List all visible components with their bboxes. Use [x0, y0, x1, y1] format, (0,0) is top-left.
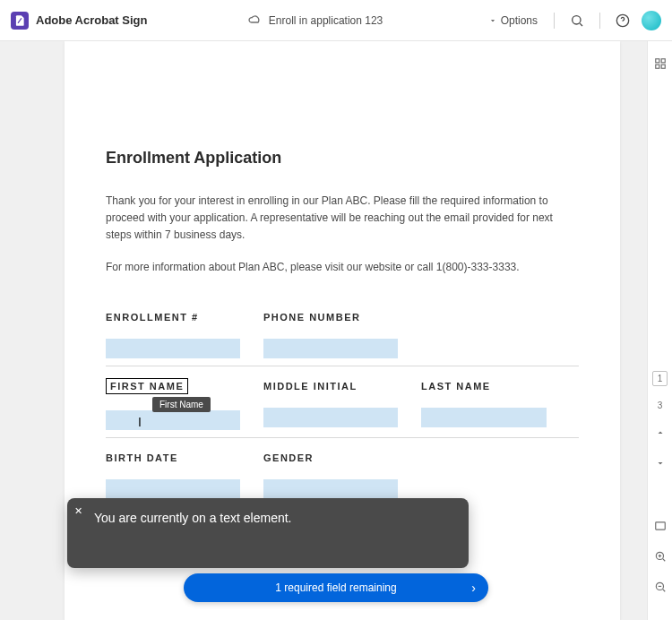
label-enrollment: ENROLLMENT # [106, 312, 199, 323]
form-row-2: FIRST NAME First Name I MIDDLE INITIAL L… [106, 366, 579, 438]
scroll-up-button[interactable] [652, 425, 668, 441]
close-hint-button[interactable]: ✕ [74, 505, 82, 517]
chevron-down-icon [655, 458, 666, 469]
grid-icon [654, 57, 667, 70]
form-row-3: BIRTH DATE GENDER [106, 438, 579, 506]
app-logo-icon [11, 12, 29, 30]
svg-line-1 [580, 23, 582, 26]
zoom-out-button[interactable] [652, 579, 668, 595]
cloud-icon [247, 12, 262, 30]
chevron-up-icon [655, 427, 666, 438]
panel-toggle-button[interactable] [652, 56, 668, 72]
document-title: Enroll in application 123 [269, 14, 383, 27]
svg-line-12 [662, 559, 665, 562]
header-right-controls: Options [483, 9, 661, 32]
options-label: Options [501, 14, 538, 27]
divider [599, 13, 600, 29]
last-name-field[interactable] [421, 408, 547, 427]
top-bar: Adobe Acrobat Sign Enroll in application… [0, 0, 672, 41]
fit-icon [654, 520, 667, 532]
hint-text: You are currently on a text element. [94, 511, 452, 525]
user-avatar[interactable] [642, 11, 661, 30]
zoom-out-icon [654, 581, 667, 593]
intro-paragraph-2: For more information about Plan ABC, ple… [106, 259, 579, 276]
birth-date-field[interactable] [106, 479, 240, 499]
middle-initial-field[interactable] [263, 408, 398, 427]
first-name-field[interactable] [106, 410, 240, 430]
svg-rect-7 [661, 65, 665, 68]
accessibility-hint: ✕ You are currently on a text element. [67, 498, 469, 568]
text-cursor-icon: I [138, 415, 142, 429]
zoom-in-button[interactable] [652, 548, 668, 564]
required-fields-status[interactable]: 1 required field remaining › [184, 573, 488, 602]
document-title-wrap: Enroll in application 123 [147, 12, 482, 30]
options-dropdown[interactable]: Options [483, 11, 543, 30]
chevron-down-icon [488, 16, 497, 25]
svg-rect-4 [655, 59, 659, 63]
fit-width-button[interactable] [652, 518, 668, 534]
page-heading: Enrollment Application [106, 149, 579, 168]
svg-line-15 [662, 590, 665, 592]
page-number-current[interactable]: 1 [652, 371, 668, 386]
svg-point-0 [573, 15, 581, 23]
page-number-total: 3 [658, 400, 663, 410]
phone-number-field[interactable] [263, 339, 398, 358]
divider [554, 13, 555, 29]
search-icon [570, 13, 584, 28]
help-button[interactable] [611, 9, 634, 32]
label-gender: GENDER [263, 452, 314, 463]
label-phone: PHONE NUMBER [263, 312, 360, 323]
label-last-name: LAST NAME [421, 381, 491, 392]
svg-rect-5 [661, 59, 665, 63]
app-name: Adobe Acrobat Sign [36, 13, 147, 27]
field-tooltip: First Name [152, 397, 211, 412]
right-tool-rail: 1 3 [647, 41, 672, 620]
chevron-right-icon: › [471, 581, 476, 595]
enrollment-number-field[interactable] [106, 339, 240, 358]
intro-paragraph-1: Thank you for your interest in enrolling… [106, 193, 579, 245]
label-birth-date: BIRTH DATE [106, 452, 178, 463]
search-button[interactable] [565, 9, 589, 32]
svg-rect-8 [655, 522, 665, 530]
gender-field[interactable] [263, 479, 398, 499]
label-middle-initial: MIDDLE INITIAL [263, 381, 358, 392]
form-row-1: ENROLLMENT # PHONE NUMBER [106, 297, 579, 366]
scroll-down-button[interactable] [652, 455, 668, 471]
enrollment-form: ENROLLMENT # PHONE NUMBER FIRST NAME Fir… [106, 297, 579, 506]
svg-rect-6 [655, 65, 659, 68]
help-icon [616, 13, 630, 28]
status-text: 1 required field remaining [275, 581, 396, 594]
zoom-in-icon [654, 550, 667, 563]
